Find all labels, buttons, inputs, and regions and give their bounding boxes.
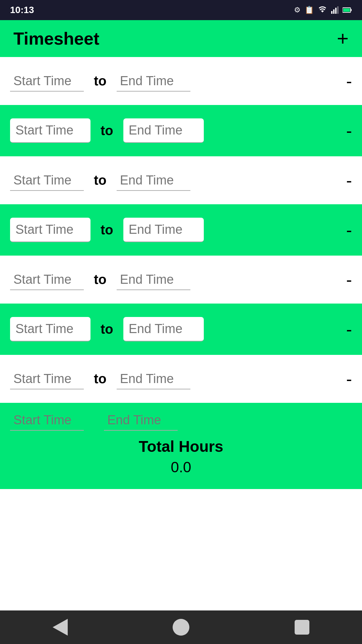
to-label-6: to [101, 322, 113, 337]
start-time-wrapper-6 [10, 317, 90, 341]
end-time-wrapper-1 [117, 70, 190, 92]
end-time-input-2[interactable] [123, 118, 204, 143]
svg-rect-5 [351, 9, 352, 11]
start-time-input-6[interactable] [10, 317, 90, 341]
remove-button-6[interactable]: - [346, 321, 352, 338]
time-row-2: to - [0, 105, 362, 156]
remove-button-4[interactable]: - [346, 221, 352, 239]
end-time-wrapper-5 [117, 269, 190, 290]
svg-rect-3 [337, 6, 339, 14]
time-row-5: to - [0, 256, 362, 304]
start-time-wrapper-7 [10, 368, 84, 389]
back-icon [53, 619, 68, 636]
remove-button-2[interactable]: - [346, 122, 352, 140]
back-button[interactable] [53, 619, 68, 636]
end-time-input-5[interactable] [117, 269, 190, 290]
to-label-3: to [94, 173, 107, 188]
footer: Total Hours 0.0 [0, 403, 362, 489]
main-content: to - to - to - to - [0, 57, 362, 610]
total-hours-value: 0.0 [171, 459, 191, 476]
end-time-wrapper-2 [123, 118, 204, 143]
nav-bar [0, 610, 362, 644]
end-time-input-4[interactable] [123, 218, 204, 242]
end-time-wrapper-4 [123, 218, 204, 242]
start-time-input-1[interactable] [10, 70, 84, 92]
to-label-7: to [94, 371, 107, 386]
time-row-4: to - [0, 204, 362, 256]
signal-icon [331, 6, 339, 14]
app-title: Timesheet [13, 29, 99, 49]
remove-button-3[interactable]: - [346, 172, 352, 189]
time-row-7: to - [0, 355, 362, 403]
time-row-1: to - [0, 57, 362, 105]
home-icon [173, 619, 189, 636]
svg-rect-0 [331, 11, 333, 14]
start-time-wrapper-1 [10, 70, 84, 92]
home-button[interactable] [173, 619, 189, 636]
start-time-wrapper-3 [10, 170, 84, 191]
start-time-wrapper-5 [10, 269, 84, 290]
start-time-input-7[interactable] [10, 368, 84, 389]
settings-icon: ⚙ [294, 6, 301, 14]
svg-rect-6 [343, 8, 350, 12]
to-label-1: to [94, 73, 107, 89]
to-label-4: to [101, 222, 113, 237]
time-row-3: to - [0, 156, 362, 204]
svg-rect-2 [335, 8, 337, 14]
battery-icon [343, 6, 352, 14]
clipboard-icon: 📋 [305, 6, 314, 14]
to-label-2: to [101, 123, 113, 138]
end-time-input-6[interactable] [123, 317, 204, 341]
time-row-6: to - [0, 304, 362, 355]
footer-start-input[interactable] [10, 410, 84, 431]
start-time-input-3[interactable] [10, 170, 84, 191]
recent-icon [295, 620, 309, 635]
start-time-input-4[interactable] [10, 218, 90, 242]
end-time-input-3[interactable] [117, 170, 190, 191]
end-time-input-7[interactable] [117, 368, 190, 389]
start-time-wrapper-4 [10, 218, 90, 242]
start-time-input-5[interactable] [10, 269, 84, 290]
status-bar: 10:13 ⚙ 📋 [0, 0, 362, 20]
remove-button-7[interactable]: - [346, 370, 352, 388]
end-time-input-1[interactable] [117, 70, 190, 92]
add-entry-button[interactable]: + [337, 29, 349, 49]
wifi-icon [318, 6, 327, 14]
status-time: 10:13 [10, 5, 34, 15]
app-bar: Timesheet + [0, 20, 362, 57]
remove-button-5[interactable]: - [346, 271, 352, 288]
recent-button[interactable] [295, 620, 309, 635]
footer-end-input[interactable] [104, 410, 178, 431]
to-label-5: to [94, 272, 107, 287]
footer-inputs-row [10, 410, 352, 431]
remove-button-1[interactable]: - [346, 72, 352, 90]
start-time-input-2[interactable] [10, 118, 90, 143]
end-time-wrapper-3 [117, 170, 190, 191]
end-time-wrapper-6 [123, 317, 204, 341]
status-icons: ⚙ 📋 [294, 6, 352, 14]
end-time-wrapper-7 [117, 368, 190, 389]
svg-rect-1 [333, 9, 335, 14]
total-hours-label: Total Hours [139, 437, 223, 455]
start-time-wrapper-2 [10, 118, 90, 143]
